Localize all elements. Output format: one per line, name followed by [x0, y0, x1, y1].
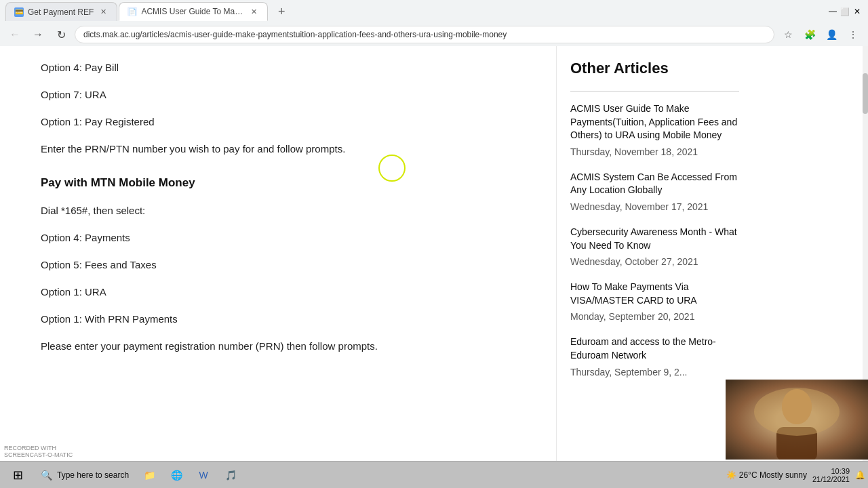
sidebar-article-5-link[interactable]: Eduroam and access to the Metro-Eduroam … — [570, 336, 739, 362]
address-bar-row: ← → ↻ ☆ 🧩 👤 ⋮ — [0, 23, 868, 46]
video-pip — [726, 380, 868, 460]
tab-2-label: ACMIS User Guide To Make Payr... — [141, 7, 244, 16]
taskbar-word[interactable]: W — [190, 464, 217, 487]
video-pip-face — [726, 380, 868, 460]
article-step-10: Please enter your payment registration n… — [41, 338, 529, 354]
svg-point-0 — [782, 389, 812, 424]
sidebar-article-3: Cybersecurity Awareness Month - What You… — [570, 226, 739, 267]
forward-button[interactable]: → — [28, 25, 47, 44]
address-input[interactable] — [75, 26, 774, 43]
svg-rect-1 — [776, 427, 817, 460]
new-tab-button[interactable]: + — [272, 2, 291, 21]
sidebar: Other Articles ACMIS User Guide To Make … — [556, 46, 753, 461]
clock-time: 10:39 — [812, 467, 850, 475]
file-explorer-icon: 📁 — [142, 468, 156, 482]
weather-text: 26°C Mostly sunny — [739, 470, 807, 480]
clock-date: 21/12/2021 — [812, 475, 850, 483]
sidebar-article-4: How To Make Payments Via VISA/MASTER CAR… — [570, 281, 739, 322]
taskbar: ⊞ 🔍 Type here to search 📁 🌐 W 🎵 ☀️ 26°C … — [0, 461, 868, 488]
start-button[interactable]: ⊞ — [3, 464, 33, 487]
toolbar-icons: ☆ 🧩 👤 ⋮ — [778, 25, 863, 44]
weather-info: ☀️ 26°C Mostly sunny — [726, 470, 807, 480]
taskbar-media[interactable]: 🎵 — [217, 464, 244, 487]
weather-icon: ☀️ — [726, 470, 736, 480]
main-article: Option 4: Pay Bill Option 7: URA Option … — [0, 46, 556, 461]
profile-icon[interactable]: 👤 — [822, 25, 841, 44]
sidebar-divider — [570, 91, 739, 92]
taskbar-clock: 10:39 21/12/2021 — [812, 467, 850, 483]
taskbar-search[interactable]: 🔍 Type here to search — [33, 464, 136, 487]
search-icon: 🔍 — [39, 468, 53, 482]
sidebar-article-3-date: Wednesday, October 27, 2021 — [570, 256, 739, 267]
bookmark-star-icon[interactable]: ☆ — [778, 25, 797, 44]
taskbar-right: ☀️ 26°C Mostly sunny 10:39 21/12/2021 🔔 — [726, 467, 865, 483]
sidebar-article-2-link[interactable]: ACMIS System Can Be Accessed From Any Lo… — [570, 171, 739, 197]
media-icon: 🎵 — [224, 468, 237, 482]
extensions-icon[interactable]: 🧩 — [800, 25, 819, 44]
sidebar-title: Other Articles — [570, 60, 739, 77]
browser-icon: 🌐 — [170, 468, 183, 482]
tab-favicon-1: 💳 — [14, 7, 24, 17]
watermark-line1: RECORDED WITH — [4, 445, 73, 451]
sidebar-article-4-link[interactable]: How To Make Payments Via VISA/MASTER CAR… — [570, 281, 739, 307]
sidebar-article-2: ACMIS System Can Be Accessed From Any Lo… — [570, 171, 739, 212]
tab-1[interactable]: 💳 Get Payment REF ✕ — [5, 2, 117, 21]
minimize-button[interactable]: — — [827, 6, 838, 17]
tab-1-label: Get Payment REF — [28, 7, 94, 17]
word-icon: W — [197, 468, 210, 482]
watermark: RECORDED WITH SCREENCAST-O-MATIC — [0, 443, 77, 460]
back-button[interactable]: ← — [5, 25, 24, 44]
sidebar-article-5: Eduroam and access to the Metro-Eduroam … — [570, 336, 739, 377]
article-step-2: Option 7: URA — [41, 87, 529, 103]
reload-button[interactable]: ↻ — [52, 25, 71, 44]
svg-point-2 — [782, 389, 812, 424]
tab-1-close[interactable]: ✕ — [98, 7, 108, 18]
taskbar-browser[interactable]: 🌐 — [163, 464, 190, 487]
sidebar-article-2-date: Wednesday, November 17, 2021 — [570, 201, 739, 212]
article-step-3: Option 1: Pay Registered — [41, 114, 529, 130]
taskbar-search-label: Type here to search — [57, 470, 129, 480]
notification-icon[interactable]: 🔔 — [855, 470, 865, 480]
tab-favicon-2: 📄 — [127, 7, 137, 16]
more-icon[interactable]: ⋮ — [844, 25, 863, 44]
sidebar-article-1-link[interactable]: ACMIS User Guide To Make Payments(Tuitio… — [570, 102, 739, 142]
taskbar-file-explorer[interactable]: 📁 — [136, 464, 163, 487]
mtn-heading: Pay with MTN Mobile Money — [41, 174, 529, 192]
sidebar-article-1: ACMIS User Guide To Make Payments(Tuitio… — [570, 102, 739, 157]
sidebar-article-1-date: Thursday, November 18, 2021 — [570, 146, 739, 157]
article-step-5: Dial *165#, then select: — [41, 203, 529, 219]
close-button[interactable]: ✕ — [852, 6, 863, 17]
sidebar-article-4-date: Monday, September 20, 2021 — [570, 311, 739, 322]
start-icon: ⊞ — [13, 468, 23, 483]
article-body: Option 4: Pay Bill Option 7: URA Option … — [41, 60, 529, 354]
tab-2[interactable]: 📄 ACMIS User Guide To Make Payr... ✕ — [119, 2, 268, 21]
article-step-7: Option 5: Fees and Taxes — [41, 257, 529, 273]
scrollbar-thumb[interactable] — [863, 73, 868, 114]
tab-bar: 💳 Get Payment REF ✕ 📄 ACMIS User Guide T… — [0, 0, 868, 23]
watermark-line2: SCREENCAST-O-MATIC — [4, 451, 73, 458]
article-step-6: Option 4: Payments — [41, 230, 529, 246]
article-step-8: Option 1: URA — [41, 284, 529, 300]
article-step-9: Option 1: With PRN Payments — [41, 311, 529, 327]
video-pip-svg — [763, 380, 831, 460]
sidebar-article-5-date: Thursday, September 9, 2... — [570, 367, 739, 378]
article-step-1: Option 4: Pay Bill — [41, 60, 529, 76]
tab-2-close[interactable]: ✕ — [248, 6, 259, 17]
sidebar-article-3-link[interactable]: Cybersecurity Awareness Month - What You… — [570, 226, 739, 252]
browser-chrome: 💳 Get Payment REF ✕ 📄 ACMIS User Guide T… — [0, 0, 868, 46]
maximize-button[interactable]: ⬜ — [840, 6, 850, 17]
article-step-4: Enter the PRN/PTN number you wish to pay… — [41, 141, 529, 157]
